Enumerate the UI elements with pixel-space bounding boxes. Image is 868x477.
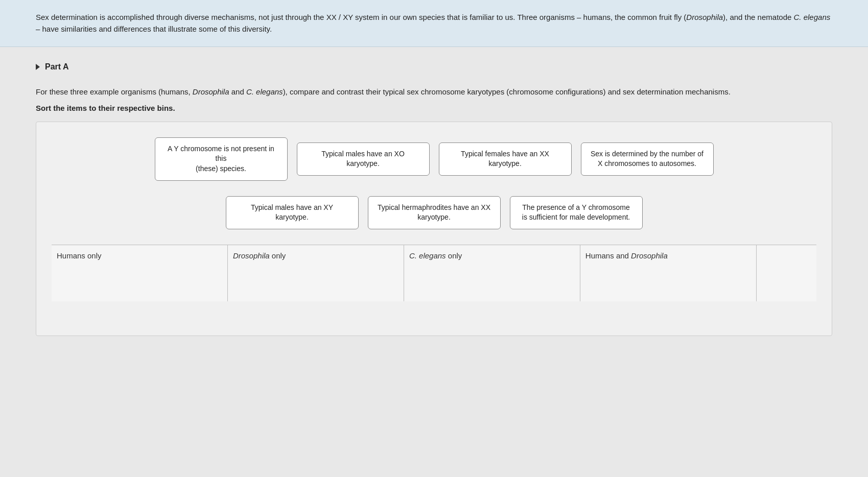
bin-humans[interactable]: Humans only [52, 245, 228, 301]
drag-card-6[interactable]: Typical hermaphrodites have an XX karyot… [368, 196, 501, 229]
page-wrapper: Sex determination is accomplished throug… [0, 0, 868, 477]
bin-humans-drosophila-label: Humans and Drosophila [585, 251, 751, 260]
drag-card-7[interactable]: The presence of a Y chromosome is suffic… [510, 196, 643, 229]
drag-card-5[interactable]: Typical males have an XY karyotype. [226, 196, 359, 229]
bins-row: Humans only Drosophila only C. elegans o… [52, 245, 816, 301]
part-header: Part A [36, 62, 832, 71]
bin-humans-label: Humans only [57, 251, 222, 260]
drag-row-2: Typical males have an XY karyotype. Typi… [52, 196, 816, 229]
intro-section: Sex determination is accomplished throug… [0, 0, 868, 47]
sorting-area: A Y chromosome is not present in this(th… [36, 122, 832, 336]
bin-overflow[interactable] [757, 245, 816, 301]
intro-text: Sex determination is accomplished throug… [36, 11, 832, 35]
drag-card-2[interactable]: Typical males have an XO karyotype. [297, 142, 430, 176]
rows-wrapper: A Y chromosome is not present in this(th… [52, 137, 816, 229]
part-title: Part A [45, 62, 69, 71]
bin-elegans[interactable]: C. elegans only [404, 245, 580, 301]
drag-card-3[interactable]: Typical females have an XX karyotype. [439, 142, 572, 176]
bin-elegans-label: C. elegans only [409, 251, 575, 260]
bin-humans-drosophila[interactable]: Humans and Drosophila [580, 245, 757, 301]
sort-instruction: Sort the items to their respective bins. [36, 104, 832, 112]
drag-card-4[interactable]: Sex is determined by the number of X chr… [581, 142, 714, 176]
main-content: Part A For these three example organisms… [0, 47, 868, 478]
drag-row-1: A Y chromosome is not present in this(th… [52, 137, 816, 181]
bin-drosophila[interactable]: Drosophila only [228, 245, 404, 301]
bin-drosophila-label: Drosophila only [233, 251, 398, 260]
drag-card-1[interactable]: A Y chromosome is not present in this(th… [155, 137, 288, 181]
collapse-icon[interactable] [36, 64, 40, 70]
part-description: For these three example organisms (human… [36, 86, 832, 98]
